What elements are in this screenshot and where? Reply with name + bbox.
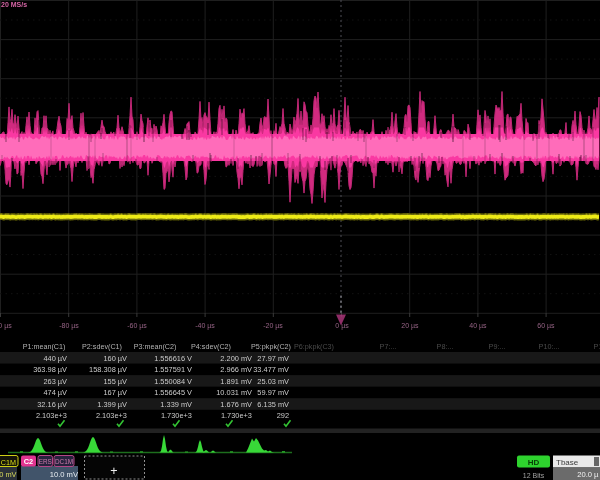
svg-text:-40 µs: -40 µs (195, 322, 215, 330)
svg-text:12 Bits: 12 Bits (523, 472, 545, 479)
svg-text:1.557591 V: 1.557591 V (154, 365, 192, 374)
svg-text:0 mV: 0 mV (0, 470, 17, 479)
svg-text:-100 µs: -100 µs (0, 322, 12, 330)
svg-text:P2:sdev(C1): P2:sdev(C1) (82, 342, 122, 351)
svg-text:292: 292 (277, 411, 289, 420)
svg-text:160 µV: 160 µV (103, 354, 127, 363)
svg-text:P3:mean(C2): P3:mean(C2) (134, 342, 177, 351)
svg-text:6.135 mV: 6.135 mV (257, 400, 289, 409)
svg-text:2.966 mV: 2.966 mV (220, 365, 252, 374)
svg-text:Tbase: Tbase (556, 458, 579, 467)
svg-text:P8:...: P8:... (437, 342, 454, 351)
svg-text:1.730e+3: 1.730e+3 (161, 411, 192, 420)
svg-text:1.676 mV: 1.676 mV (220, 400, 252, 409)
svg-text:2.200 mV: 2.200 mV (220, 354, 252, 363)
svg-text:1.339 mV: 1.339 mV (160, 400, 192, 409)
svg-text:2.103e+3: 2.103e+3 (96, 411, 127, 420)
svg-text:27.97 mV: 27.97 mV (257, 354, 289, 363)
svg-text:DC1M: DC1M (55, 458, 73, 465)
svg-text:440 µV: 440 µV (43, 354, 67, 363)
svg-text:-60 µs: -60 µs (127, 322, 147, 330)
svg-text:10.0 mV: 10.0 mV (50, 470, 79, 479)
svg-text:+: + (110, 464, 117, 478)
svg-text:20 MS/s: 20 MS/s (1, 1, 27, 8)
svg-text:1.399 µV: 1.399 µV (97, 400, 127, 409)
svg-text:474 µV: 474 µV (43, 388, 67, 397)
svg-text:P1:mean(C1): P1:mean(C1) (23, 342, 66, 351)
svg-text:1.556616 V: 1.556616 V (154, 354, 192, 363)
svg-text:ERS: ERS (39, 458, 52, 465)
svg-text:-80 µs: -80 µs (59, 322, 79, 330)
svg-text:40 µs: 40 µs (469, 322, 487, 330)
svg-text:0 µs: 0 µs (335, 322, 349, 330)
svg-text:10.031 mV: 10.031 mV (216, 388, 252, 397)
svg-text:P6:pkpk(C3): P6:pkpk(C3) (294, 342, 334, 351)
svg-text:59.97 mV: 59.97 mV (257, 388, 289, 397)
svg-text:32.16 µV: 32.16 µV (37, 400, 67, 409)
svg-text:P7:...: P7:... (380, 342, 397, 351)
svg-text:155 µV: 155 µV (103, 377, 127, 386)
svg-text:P4:sdev(C2): P4:sdev(C2) (191, 342, 231, 351)
svg-text:P5:pkpk(C2): P5:pkpk(C2) (251, 342, 291, 351)
svg-text:1.550084 V: 1.550084 V (154, 377, 192, 386)
svg-text:P9:...: P9:... (489, 342, 506, 351)
svg-text:25.03 mV: 25.03 mV (257, 377, 289, 386)
svg-text:2.103e+3: 2.103e+3 (36, 411, 67, 420)
svg-text:1.556645 V: 1.556645 V (154, 388, 192, 397)
svg-text:20 µs: 20 µs (401, 322, 419, 330)
svg-text:C1M: C1M (1, 458, 16, 467)
svg-text:P10:...: P10:... (539, 342, 560, 351)
svg-text:1.891 mV: 1.891 mV (220, 377, 252, 386)
svg-text:1.730e+3: 1.730e+3 (221, 411, 252, 420)
svg-text:33.477 mV: 33.477 mV (253, 365, 289, 374)
svg-text:-20 µs: -20 µs (263, 322, 283, 330)
svg-text:167 µV: 167 µV (103, 388, 127, 397)
svg-text:60 µs: 60 µs (537, 322, 555, 330)
svg-text:363.98 µV: 363.98 µV (33, 365, 67, 374)
svg-text:158.308 µV: 158.308 µV (89, 365, 127, 374)
svg-text:P1: P1 (594, 342, 600, 351)
svg-text:20.0 µ: 20.0 µ (577, 470, 599, 479)
svg-text:263 µV: 263 µV (43, 377, 67, 386)
svg-text:HD: HD (528, 458, 540, 467)
svg-text:C2: C2 (24, 457, 33, 466)
